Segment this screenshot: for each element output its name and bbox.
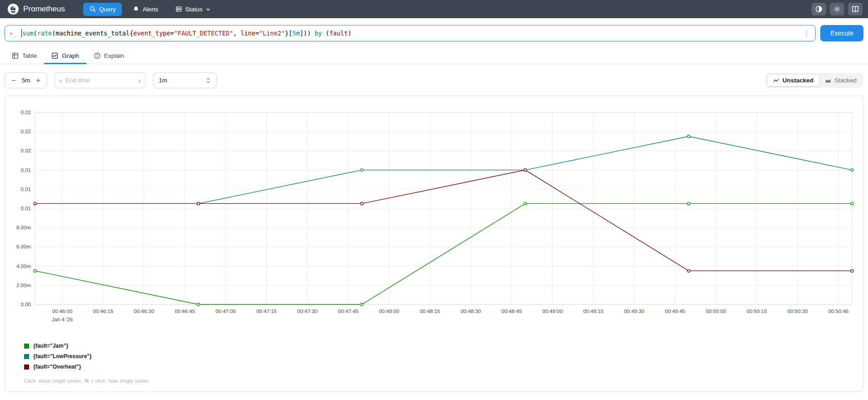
y-tick-label: 0.02 xyxy=(21,129,31,134)
brand: Prometheus xyxy=(7,3,65,15)
series-line xyxy=(35,203,852,304)
legend-label: {fault="LowPressure"} xyxy=(33,353,91,359)
navbar-right-actions xyxy=(812,3,863,15)
x-tick-label: 00:48:15 xyxy=(420,309,440,314)
data-point xyxy=(851,269,853,272)
info-icon xyxy=(94,52,101,59)
legend-item[interactable]: {fault="LowPressure"} xyxy=(24,353,857,359)
table-icon xyxy=(12,52,19,59)
main-nav: Query Alerts Status xyxy=(83,3,217,16)
time-series-chart[interactable]: 0.020.020.020.010.010.018.00m6.00m4.00m2… xyxy=(11,102,857,330)
legend-item[interactable]: {fault="Overheat"} xyxy=(24,364,857,370)
data-point xyxy=(687,202,690,205)
tab-explain-label: Explain xyxy=(104,52,124,59)
x-tick-label: 00:50:30 xyxy=(787,309,808,314)
data-point xyxy=(851,202,853,205)
docs-button[interactable] xyxy=(848,3,863,15)
prometheus-logo-icon xyxy=(7,3,19,15)
x-tick-label: 00:49:45 xyxy=(665,309,685,314)
data-point xyxy=(360,303,363,306)
end-time-prev-icon[interactable]: ‹ xyxy=(60,76,62,84)
x-tick-label: 00:50:45 xyxy=(828,309,849,314)
terminal-prompt-icon: >_ xyxy=(10,30,17,37)
legend-item[interactable]: {fault="Jam"} xyxy=(24,343,857,349)
unstacked-button[interactable]: Unstacked xyxy=(767,74,819,86)
x-tick-label: 00:50:15 xyxy=(747,309,767,314)
stacked-button[interactable]: Stacked xyxy=(819,74,862,86)
y-tick-label: 0.02 xyxy=(21,110,31,115)
end-time-placeholder: End time xyxy=(66,77,138,84)
y-tick-label: 0.00 xyxy=(21,302,31,307)
y-tick-label: 2.00m xyxy=(16,283,31,288)
x-tick-label: 00:47:00 xyxy=(216,309,236,314)
data-point xyxy=(687,135,690,138)
nav-alerts-button[interactable]: Alerts xyxy=(126,3,165,16)
x-tick-label: 00:49:30 xyxy=(624,309,645,314)
y-tick-label: 6.00m xyxy=(16,244,31,249)
range-increase-button[interactable]: + xyxy=(32,76,44,85)
execute-button[interactable]: Execute xyxy=(820,25,863,41)
x-tick-label: 00:48:30 xyxy=(460,309,481,314)
graph-icon xyxy=(51,52,58,59)
data-point xyxy=(687,269,690,272)
bell-icon xyxy=(133,6,139,12)
x-tick-label: 00:48:45 xyxy=(501,309,522,314)
y-tick-label: 8.00m xyxy=(16,225,31,230)
x-tick-label: 00:46:00 xyxy=(52,309,72,314)
data-point xyxy=(360,169,363,172)
query-options-kebab-icon[interactable]: ⋮ xyxy=(802,29,811,37)
data-point xyxy=(34,202,36,205)
search-icon xyxy=(90,6,96,12)
gear-icon xyxy=(833,5,841,13)
result-tabs: Table Graph Explain xyxy=(0,49,868,64)
x-tick-label: 00:47:30 xyxy=(297,309,318,314)
unstacked-label: Unstacked xyxy=(782,77,813,84)
range-stepper: − 5m + xyxy=(5,72,47,88)
nav-query-button[interactable]: Query xyxy=(83,3,122,16)
select-chevrons-icon xyxy=(206,77,211,84)
resolution-select[interactable]: 1m xyxy=(153,72,217,88)
graph-controls: − 5m + ‹ End time › 1m Unstacked xyxy=(0,64,868,88)
text-caret xyxy=(21,29,22,37)
data-point xyxy=(851,169,853,172)
x-tick-label: 00:46:30 xyxy=(134,309,154,314)
nav-query-label: Query xyxy=(99,6,116,13)
end-time-input[interactable]: ‹ End time › xyxy=(55,72,146,88)
nav-status-label: Status xyxy=(185,6,202,13)
book-icon xyxy=(852,5,859,13)
nav-status-button[interactable]: Status xyxy=(169,3,217,16)
range-decrease-button[interactable]: − xyxy=(8,76,20,85)
tab-table[interactable]: Table xyxy=(5,49,44,64)
x-tick-label: 00:48:00 xyxy=(379,309,399,314)
top-navbar: Prometheus Query Alerts xyxy=(0,0,868,18)
contrast-icon xyxy=(815,5,823,13)
expression-input[interactable]: >_ sum(rate(machine_events_total{event_t… xyxy=(5,25,816,41)
tab-explain[interactable]: Explain xyxy=(86,49,131,64)
legend-label: {fault="Overheat"} xyxy=(33,364,81,370)
promql-expression: sum(rate(machine_events_total{event_type… xyxy=(22,30,802,37)
resolution-value: 1m xyxy=(159,77,167,84)
y-tick-label: 4.00m xyxy=(16,263,31,269)
range-value[interactable]: 5m xyxy=(20,77,32,84)
stacked-label: Stacked xyxy=(834,77,857,84)
settings-button[interactable] xyxy=(830,3,844,15)
x-tick-label: 00:47:45 xyxy=(338,309,358,314)
server-icon xyxy=(176,6,182,12)
stack-toggle: Unstacked Stacked xyxy=(766,73,863,88)
y-tick-label: 0.02 xyxy=(21,148,31,153)
tab-graph-label: Graph xyxy=(62,52,79,59)
tab-graph[interactable]: Graph xyxy=(44,49,86,64)
end-time-next-icon[interactable]: › xyxy=(138,76,141,84)
data-point xyxy=(524,169,527,172)
theme-toggle-button[interactable] xyxy=(812,3,826,15)
data-point xyxy=(197,202,200,205)
y-tick-label: 0.01 xyxy=(21,206,31,211)
legend-swatch xyxy=(24,344,29,349)
x-tick-label: 00:49:15 xyxy=(583,309,604,314)
legend-swatch xyxy=(24,354,29,359)
graph-controls-left: − 5m + ‹ End time › 1m xyxy=(5,72,217,88)
chevron-down-icon xyxy=(206,7,211,12)
y-tick-label: 0.01 xyxy=(21,167,31,173)
tab-table-label: Table xyxy=(22,52,37,59)
legend-swatch xyxy=(24,365,29,370)
